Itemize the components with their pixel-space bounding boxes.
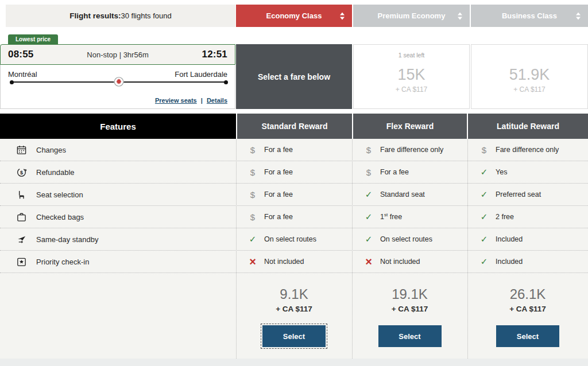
table-row: Checked bags For a fee 1st free 2 free bbox=[0, 206, 588, 228]
check-icon bbox=[365, 212, 373, 222]
feature-value: Fare difference only bbox=[496, 146, 559, 154]
latitude-reward-price-cell: 26.1K + CA $117 Select bbox=[467, 274, 588, 359]
flex-reward-cash: + CA $117 bbox=[352, 305, 467, 313]
table-row: $ Refundable For a fee For a fee Yes bbox=[0, 161, 588, 184]
arrival-time: 12:51 bbox=[202, 49, 227, 60]
standby-plane-icon bbox=[16, 234, 27, 245]
flight-time-strip: 08:55 Non-stop | 3hr56m 12:51 bbox=[0, 44, 235, 65]
feature-value: 1st free bbox=[380, 212, 402, 221]
seats-left-note bbox=[471, 52, 587, 60]
table-row: Seat selection For a fee Standard seat P… bbox=[0, 184, 588, 206]
table-row: Same-day standby On select routes On sel… bbox=[0, 228, 588, 251]
fare-selection-page: Flight results: 30 flights found Economy… bbox=[0, 0, 588, 366]
premium-economy-points: 15K bbox=[354, 66, 469, 84]
link-separator: | bbox=[201, 97, 203, 104]
table-row: Changes For a fee Fare difference only F… bbox=[0, 139, 588, 161]
latitude-reward-cash: + CA $117 bbox=[467, 305, 588, 313]
feature-value: On select routes bbox=[264, 235, 316, 243]
sort-toggle-icon[interactable] bbox=[340, 12, 345, 20]
feature-value: Included bbox=[496, 235, 523, 243]
lowest-price-badge: Lowest price bbox=[8, 34, 58, 44]
column-header-flex-reward: Flex Reward bbox=[353, 114, 467, 139]
premium-economy-fare-cell: 1 seat left 15K + CA $117 bbox=[353, 44, 470, 109]
feature-value: Not included bbox=[380, 258, 420, 266]
dollar-icon bbox=[365, 168, 373, 177]
preview-seats-link[interactable]: Preview seats bbox=[155, 97, 197, 104]
business-class-fare-cell: 51.9K + CA $117 bbox=[471, 44, 588, 109]
check-icon bbox=[480, 234, 488, 244]
feature-value: Standard seat bbox=[380, 190, 425, 198]
refund-dollar-icon: $ bbox=[16, 167, 27, 178]
dollar-icon bbox=[249, 190, 257, 200]
sort-toggle-icon[interactable] bbox=[576, 12, 581, 20]
feature-value: Preferred seat bbox=[496, 190, 541, 198]
tab-economy-class[interactable]: Economy Class bbox=[236, 5, 352, 27]
select-fare-prompt: Select a fare below bbox=[236, 44, 352, 109]
column-header-standard-reward: Standard Reward bbox=[237, 114, 352, 139]
premium-economy-cash: + CA $117 bbox=[354, 85, 469, 94]
feature-label: Refundable bbox=[36, 168, 75, 177]
flight-results-bar: Flight results: 30 flights found bbox=[6, 5, 235, 27]
business-class-points: 51.9K bbox=[471, 66, 587, 84]
feature-value: Fare difference only bbox=[380, 146, 443, 154]
flight-results-count: 30 flights found bbox=[121, 11, 172, 20]
feature-value: 2 free bbox=[496, 213, 514, 221]
tab-business-class[interactable]: Business Class bbox=[471, 5, 588, 27]
feature-value: Yes bbox=[496, 168, 507, 176]
check-icon bbox=[480, 189, 488, 200]
sort-toggle-icon[interactable] bbox=[458, 12, 462, 20]
suitcase-icon bbox=[16, 212, 27, 223]
table-row: Priority check-in Not included Not inclu… bbox=[0, 251, 588, 273]
feature-label: Same-day standby bbox=[36, 235, 98, 244]
fare-comparison-table: Changes For a fee Fare difference only F… bbox=[0, 139, 588, 359]
feature-label: Checked bags bbox=[36, 213, 84, 221]
column-header-latitude-reward: Latitude Reward bbox=[468, 114, 588, 139]
flex-reward-points: 19.1K bbox=[352, 286, 467, 302]
flex-reward-price-cell: 19.1K + CA $117 Select bbox=[352, 274, 467, 359]
flight-results-label: Flight results: bbox=[69, 11, 121, 20]
tab-premium-label: Premium Economy bbox=[378, 11, 446, 20]
tab-business-label: Business Class bbox=[502, 11, 557, 20]
standard-reward-price-cell: 9.1K + CA $117 Select bbox=[236, 274, 352, 359]
select-latitude-reward-button[interactable]: Select bbox=[496, 325, 559, 347]
feature-value: For a fee bbox=[264, 190, 293, 198]
departure-time: 08:55 bbox=[8, 49, 33, 60]
flight-route-card: Montréal Fort Lauderdale Preview seats |… bbox=[0, 65, 235, 109]
dollar-icon bbox=[249, 168, 257, 177]
dollar-icon bbox=[249, 212, 257, 222]
feature-value: Not included bbox=[264, 258, 304, 266]
feature-value: Included bbox=[496, 258, 523, 266]
dollar-icon bbox=[365, 145, 373, 155]
svg-text:$: $ bbox=[20, 169, 23, 175]
select-flex-reward-button[interactable]: Select bbox=[378, 325, 442, 347]
check-icon bbox=[249, 234, 257, 244]
feature-label: Priority check-in bbox=[36, 258, 89, 266]
check-icon bbox=[480, 256, 488, 267]
feature-value: For a fee bbox=[264, 213, 293, 221]
select-standard-reward-button[interactable]: Select bbox=[262, 325, 326, 347]
calendar-icon bbox=[16, 145, 27, 155]
feature-value: For a fee bbox=[264, 146, 293, 154]
cross-icon bbox=[249, 258, 257, 266]
feature-value: For a fee bbox=[264, 168, 293, 176]
check-icon bbox=[480, 212, 488, 222]
seats-left-note: 1 seat left bbox=[354, 52, 469, 60]
check-icon bbox=[365, 234, 373, 244]
priority-star-icon bbox=[16, 256, 27, 267]
tab-premium-economy[interactable]: Premium Economy bbox=[353, 5, 470, 27]
destination-city: Fort Lauderdale bbox=[175, 70, 227, 79]
business-class-cash: + CA $117 bbox=[471, 85, 587, 94]
feature-label: Changes bbox=[36, 146, 66, 154]
tab-economy-label: Economy Class bbox=[266, 11, 322, 20]
cross-icon bbox=[365, 258, 373, 266]
dollar-icon bbox=[480, 145, 488, 155]
standard-reward-points: 9.1K bbox=[236, 286, 352, 302]
details-link[interactable]: Details bbox=[207, 97, 227, 104]
latitude-reward-points: 26.1K bbox=[467, 286, 588, 302]
origin-city: Montréal bbox=[8, 70, 37, 79]
feature-label: Seat selection bbox=[36, 190, 83, 199]
route-line bbox=[11, 81, 227, 83]
feature-value: On select routes bbox=[380, 235, 432, 243]
route-summary: Non-stop | 3hr56m bbox=[87, 50, 148, 59]
standard-reward-cash: + CA $117 bbox=[236, 305, 352, 313]
